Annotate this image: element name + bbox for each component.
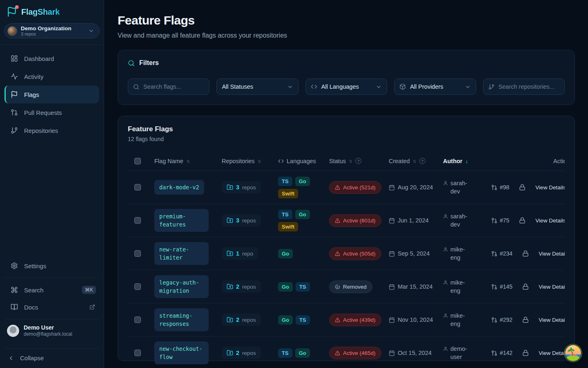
lock-icon[interactable] — [522, 350, 529, 356]
repository-search-input[interactable] — [499, 83, 559, 90]
table-row[interactable]: streaming-responses 2 repos GoTS Active … — [128, 303, 565, 337]
repo-count: 3 — [236, 217, 239, 224]
repo-count: 3 — [236, 184, 239, 191]
pull-request-icon — [491, 184, 497, 191]
language-chips: GoTS — [278, 282, 319, 292]
status-label: Active (465d) — [343, 350, 376, 356]
flagshark-logo-icon — [7, 7, 17, 17]
status-filter-dropdown[interactable]: All Statuses — [216, 79, 298, 95]
author-name: mike-eng — [450, 278, 472, 295]
column-header-flag-name[interactable]: Flag Name↑↓ — [154, 158, 222, 164]
view-details-link[interactable]: View Details — [539, 317, 565, 323]
sidebar-item-dashboard[interactable]: Dashboard — [4, 49, 99, 67]
language-chip: TS — [296, 315, 310, 325]
flag-search-field[interactable] — [128, 79, 209, 95]
view-details-link[interactable]: View Details — [539, 251, 565, 257]
user-profile[interactable]: Demo User demo@flagshark.local — [4, 319, 99, 342]
view-details-link[interactable]: View Details — [539, 350, 565, 356]
sidebar-item-label: Settings — [24, 263, 46, 269]
column-header-status[interactable]: Status↑↓ ? — [329, 158, 389, 164]
row-checkbox[interactable] — [134, 350, 141, 356]
table-row[interactable]: premium-features 3 repos TSGoSwift Activ… — [128, 204, 565, 237]
lock-icon[interactable] — [519, 184, 526, 191]
sidebar-item-repositories[interactable]: Repositories — [4, 121, 99, 139]
row-checkbox[interactable] — [134, 250, 141, 257]
created-date: Jun 1, 2024 — [398, 216, 429, 224]
row-checkbox[interactable] — [134, 217, 141, 224]
view-details-link[interactable]: View Details — [535, 184, 565, 191]
view-details-link[interactable]: View Details — [535, 218, 565, 224]
filters-title: Filters — [139, 59, 159, 67]
sidebar-item-activity[interactable]: Activity — [4, 67, 99, 85]
help-icon[interactable]: ? — [419, 158, 425, 164]
table-row[interactable]: dark-mode-v2 3 repos TSGoSwift Active (5… — [128, 171, 565, 204]
sidebar-item-docs[interactable]: Docs — [4, 298, 99, 316]
table-scroll-area[interactable]: Flag Name↑↓ Repositories↑↓ Languages Sta… — [128, 151, 565, 368]
lock-icon[interactable] — [522, 250, 529, 257]
language-filter-dropdown[interactable]: All Languages — [305, 79, 387, 95]
table-row[interactable]: new-checkout-flow 2 repos TSGo Active (4… — [128, 337, 565, 368]
language-chip: Swift — [278, 222, 298, 231]
status-badge: Active (505d) — [329, 247, 381, 260]
sidebar-item-search[interactable]: Search ⌘K — [4, 281, 99, 298]
calendar-icon — [389, 350, 395, 357]
status-label: Removed — [343, 284, 367, 290]
view-details-link[interactable]: View Details — [539, 284, 565, 290]
flag-name: dark-mode-v2 — [154, 180, 204, 195]
sidebar-item-flags[interactable]: Flags — [4, 85, 99, 103]
column-header-author[interactable]: Author↓ — [443, 158, 491, 164]
person-icon — [443, 247, 448, 262]
pull-request-link[interactable]: #234 — [491, 250, 512, 257]
code-icon — [311, 83, 317, 90]
folder-git-icon — [227, 283, 233, 290]
org-selector[interactable]: Demo Organization 3 repos — [4, 23, 100, 38]
status-label: Active (505d) — [343, 251, 376, 257]
pull-request-link[interactable]: #145 — [491, 283, 512, 290]
person-icon — [443, 280, 448, 295]
person-icon — [443, 313, 448, 328]
sidebar-item-settings[interactable]: Settings — [4, 257, 99, 274]
sidebar-item-pull-requests[interactable]: Pull Requests — [4, 103, 99, 121]
collapse-sidebar-button[interactable]: Collapse — [4, 349, 99, 364]
table-row[interactable]: new-rate-limiter 1 repo Go Active (505d)… — [128, 237, 565, 270]
repo-count: 2 — [236, 316, 239, 323]
language-chip: TS — [296, 282, 310, 292]
repository-search-field[interactable] — [483, 79, 565, 95]
sidebar-item-label: Docs — [24, 304, 38, 311]
column-header-languages: Languages — [278, 158, 329, 164]
author-name: sarah-dev — [450, 179, 472, 195]
select-all-checkbox[interactable] — [134, 158, 141, 164]
filters-panel: Filters All Statuses All Languages All P… — [118, 50, 575, 105]
app-logo[interactable]: FlagShark — [0, 0, 104, 17]
lock-icon[interactable] — [522, 283, 529, 290]
author-name: demo-user — [450, 345, 472, 361]
pr-number: #292 — [500, 316, 512, 323]
status-badge: Active (521d) — [329, 181, 381, 194]
column-header-repositories[interactable]: Repositories↑↓ — [222, 158, 278, 164]
flag-search-input[interactable] — [143, 83, 204, 90]
page-subtitle: View and manage all feature flags across… — [118, 32, 575, 39]
island-badge-button[interactable] — [565, 345, 581, 361]
table-row[interactable]: legacy-auth-migration 2 repos GoTS Remov… — [128, 270, 565, 303]
pr-number: #234 — [500, 250, 512, 257]
flag-name: new-checkout-flow — [154, 341, 209, 364]
lock-icon[interactable] — [522, 316, 529, 323]
pull-request-link[interactable]: #98 — [491, 184, 509, 191]
row-checkbox[interactable] — [134, 283, 141, 290]
flag-name: new-rate-limiter — [154, 242, 209, 265]
language-chips: TSGo — [278, 348, 319, 358]
help-icon[interactable]: ? — [355, 158, 361, 164]
pull-request-link[interactable]: #292 — [491, 316, 512, 323]
provider-filter-dropdown[interactable]: All Providers — [394, 79, 476, 95]
column-header-created[interactable]: Created↑↓ ? — [389, 158, 443, 164]
warning-icon — [335, 317, 340, 323]
pull-request-link[interactable]: #142 — [491, 350, 512, 356]
lock-icon[interactable] — [519, 217, 526, 224]
org-avatar — [7, 26, 17, 36]
status-badge: Active (465d) — [329, 347, 381, 359]
repo-count: 1 — [236, 250, 239, 257]
row-checkbox[interactable] — [134, 184, 141, 191]
pull-request-link[interactable]: #75 — [491, 217, 509, 224]
warning-icon — [335, 218, 340, 223]
row-checkbox[interactable] — [134, 316, 141, 323]
